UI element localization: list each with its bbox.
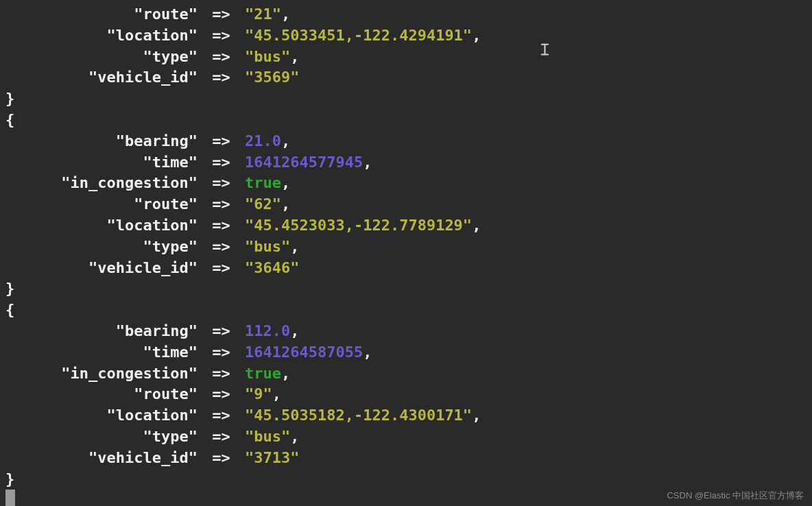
hash-arrow: => (198, 173, 245, 194)
code-line: "location" => "45.4523033,-122.7789129", (5, 215, 807, 237)
hash-key: "vehicle_id" (88, 449, 198, 466)
code-line: "type" => "bus", (5, 426, 807, 448)
code-line: "route" => "62", (5, 194, 807, 215)
hash-arrow: => (198, 194, 245, 215)
hash-key: "route" (134, 385, 198, 402)
comma: , (281, 131, 290, 152)
hash-value-number: 112.0 (245, 321, 290, 342)
hash-value-string: "bus" (245, 237, 290, 258)
hash-arrow: => (198, 384, 245, 405)
code-line: "vehicle_id" => "3569" (5, 67, 807, 88)
code-line: { (5, 110, 807, 131)
code-line: "route" => "21", (5, 4, 807, 25)
hash-key: "bearing" (116, 322, 198, 339)
comma: , (281, 194, 290, 215)
hash-key: "location" (107, 407, 198, 424)
hash-arrow: => (198, 4, 245, 25)
hash-arrow: => (198, 215, 245, 237)
hash-key: "time" (143, 344, 198, 361)
hash-arrow: => (198, 67, 245, 88)
code-line: } (5, 278, 807, 300)
code-line: "route" => "9", (5, 384, 807, 405)
hash-value-string: "3713" (245, 448, 299, 469)
comma: , (290, 237, 299, 258)
hash-key: "vehicle_id" (88, 259, 198, 276)
hash-value-string: "45.4523033,-122.7789129" (245, 215, 472, 237)
hash-value-string: "9" (245, 384, 272, 405)
hash-value-number: 21.0 (245, 131, 281, 152)
hash-arrow: => (198, 47, 245, 68)
code-line: "bearing" => 112.0, (5, 321, 807, 342)
comma: , (472, 405, 481, 426)
code-line: "vehicle_id" => "3713" (5, 448, 807, 469)
hash-arrow: => (198, 405, 245, 426)
hash-arrow: => (198, 152, 245, 173)
hash-value-string: "45.5035182,-122.4300171" (245, 405, 472, 426)
comma: , (290, 426, 299, 448)
hash-value-string: "3569" (245, 67, 299, 88)
hash-arrow: => (198, 426, 245, 448)
hash-value-string: "62" (245, 194, 281, 215)
hash-arrow: => (198, 363, 245, 385)
comma: , (281, 363, 290, 385)
code-line: "location" => "45.5035182,-122.4300171", (5, 405, 807, 426)
text-cursor-icon: 𝙸 (539, 38, 551, 62)
hash-key: "in_congestion" (61, 174, 198, 191)
hash-key: "route" (134, 5, 198, 23)
hash-arrow: => (198, 131, 245, 152)
hash-arrow: => (198, 321, 245, 342)
comma: , (472, 215, 481, 237)
code-line: "type" => "bus", (5, 237, 807, 258)
hash-key: "type" (143, 238, 198, 255)
hash-value-string: "bus" (245, 426, 290, 448)
hash-key: "time" (143, 154, 198, 171)
hash-value-boolean: true (245, 363, 281, 385)
code-line: } (5, 88, 807, 110)
hash-key: "route" (134, 195, 198, 213)
comma: , (363, 342, 372, 363)
watermark-text: CSDN @Elastic 中国社区官方博客 (667, 490, 804, 502)
comma: , (281, 173, 290, 194)
open-brace: { (5, 110, 14, 131)
hash-key: "location" (107, 217, 198, 234)
close-brace: } (5, 278, 14, 300)
comma: , (290, 47, 299, 68)
hash-value-boolean: true (245, 173, 281, 194)
code-line: "bearing" => 21.0, (5, 131, 807, 152)
comma: , (290, 321, 299, 342)
hash-key: "vehicle_id" (88, 69, 198, 86)
hash-arrow: => (198, 342, 245, 363)
hash-arrow: => (198, 448, 245, 469)
close-brace: } (5, 88, 14, 110)
hash-arrow: => (198, 237, 245, 258)
code-line: "vehicle_id" => "3646" (5, 258, 807, 279)
hash-key: "location" (107, 27, 198, 44)
code-line: "type" => "bus", (5, 47, 807, 68)
close-brace: } (5, 469, 14, 490)
code-line: "in_congestion" => true, (5, 363, 807, 385)
hash-value-string: "3646" (245, 258, 299, 279)
code-line: { (5, 300, 807, 321)
code-line: "in_congestion" => true, (5, 173, 807, 194)
hash-value-string: "bus" (245, 47, 290, 68)
hash-value-string: "21" (245, 4, 281, 25)
comma: , (472, 25, 481, 47)
block-cursor (5, 490, 15, 506)
comma: , (363, 152, 372, 173)
hash-key: "type" (143, 428, 198, 445)
hash-arrow: => (198, 25, 245, 47)
code-line: } (5, 469, 807, 490)
hash-key: "type" (143, 48, 198, 65)
code-line: "time" => 1641264587055, (5, 342, 807, 363)
hash-arrow: => (198, 258, 245, 279)
comma: , (281, 4, 290, 25)
hash-value-string: "45.5033451,-122.4294191" (245, 25, 472, 47)
hash-key: "in_congestion" (61, 365, 198, 382)
hash-value-number: 1641264587055 (245, 342, 363, 363)
code-line: "location" => "45.5033451,-122.4294191", (5, 25, 807, 47)
code-line: "time" => 1641264577945, (5, 152, 807, 173)
terminal-output: "route" => "21","location" => "45.503345… (5, 4, 807, 506)
open-brace: { (5, 300, 14, 321)
hash-key: "bearing" (116, 132, 198, 149)
comma: , (272, 384, 281, 405)
